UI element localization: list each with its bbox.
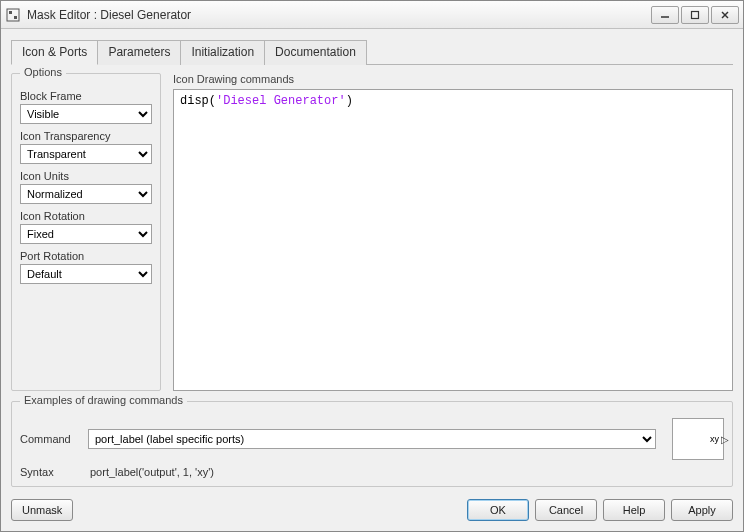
tabstrip: Icon & Ports Parameters Initialization D… bbox=[11, 39, 733, 65]
command-select[interactable]: port_label (label specific ports) bbox=[88, 429, 656, 449]
examples-group: Examples of drawing commands Command por… bbox=[11, 401, 733, 487]
tab-label: Parameters bbox=[108, 45, 170, 59]
tab-label: Initialization bbox=[191, 45, 254, 59]
code-fn: disp bbox=[180, 94, 209, 108]
icon-commands-title: Icon Drawing commands bbox=[173, 73, 733, 89]
maximize-icon bbox=[690, 10, 700, 20]
preview-text: xy bbox=[710, 434, 719, 444]
block-frame-select[interactable]: Visible bbox=[20, 104, 152, 124]
close-icon bbox=[720, 10, 730, 20]
command-preview: xy ▷ bbox=[672, 418, 724, 460]
options-title: Options bbox=[20, 66, 66, 78]
tab-label: Documentation bbox=[275, 45, 356, 59]
window-title: Mask Editor : Diesel Generator bbox=[27, 8, 651, 22]
icon-commands-editor[interactable]: disp('Diesel Generator') bbox=[173, 89, 733, 391]
port-rotation-select[interactable]: Default bbox=[20, 264, 152, 284]
close-button[interactable] bbox=[711, 6, 739, 24]
block-frame-label: Block Frame bbox=[20, 90, 152, 102]
tab-initialization[interactable]: Initialization bbox=[180, 40, 265, 65]
icon-rotation-select[interactable]: Fixed bbox=[20, 224, 152, 244]
window-controls bbox=[651, 6, 739, 24]
tab-label: Icon & Ports bbox=[22, 45, 87, 59]
minimize-icon bbox=[660, 10, 670, 20]
help-button[interactable]: Help bbox=[603, 499, 665, 521]
apply-button[interactable]: Apply bbox=[671, 499, 733, 521]
svg-line-5 bbox=[722, 12, 728, 18]
tab-page-icon-and-ports: Options Block Frame Visible Icon Transpa… bbox=[11, 65, 733, 487]
icon-drawing-commands-panel: Icon Drawing commands disp('Diesel Gener… bbox=[173, 73, 733, 391]
icon-transparency-label: Icon Transparency bbox=[20, 130, 152, 142]
app-icon bbox=[5, 7, 21, 23]
tab-documentation[interactable]: Documentation bbox=[264, 40, 367, 65]
mask-editor-window: Mask Editor : Diesel Generator Icon & Po… bbox=[0, 0, 744, 532]
svg-rect-2 bbox=[14, 16, 17, 19]
minimize-button[interactable] bbox=[651, 6, 679, 24]
footer: Unmask OK Cancel Help Apply bbox=[1, 493, 743, 531]
preview-port-icon: ▷ bbox=[721, 434, 729, 445]
ok-button[interactable]: OK bbox=[467, 499, 529, 521]
options-group: Options Block Frame Visible Icon Transpa… bbox=[11, 73, 161, 391]
icon-units-select[interactable]: Normalized bbox=[20, 184, 152, 204]
svg-rect-1 bbox=[9, 11, 12, 14]
syntax-value: port_label('output', 1, 'xy') bbox=[88, 466, 214, 478]
titlebar: Mask Editor : Diesel Generator bbox=[1, 1, 743, 29]
svg-rect-0 bbox=[7, 9, 19, 21]
svg-rect-4 bbox=[692, 11, 699, 18]
upper-panel: Options Block Frame Visible Icon Transpa… bbox=[11, 65, 733, 391]
icon-units-label: Icon Units bbox=[20, 170, 152, 182]
cancel-button[interactable]: Cancel bbox=[535, 499, 597, 521]
tab-parameters[interactable]: Parameters bbox=[97, 40, 181, 65]
syntax-row: Syntax port_label('output', 1, 'xy') bbox=[20, 466, 724, 478]
unmask-button[interactable]: Unmask bbox=[11, 499, 73, 521]
examples-title: Examples of drawing commands bbox=[20, 394, 187, 406]
command-label: Command bbox=[20, 433, 80, 445]
syntax-label: Syntax bbox=[20, 466, 80, 478]
code-str: 'Diesel Generator' bbox=[216, 94, 346, 108]
maximize-button[interactable] bbox=[681, 6, 709, 24]
port-rotation-label: Port Rotation bbox=[20, 250, 152, 262]
code-paren-open: ( bbox=[209, 94, 216, 108]
tab-icon-and-ports[interactable]: Icon & Ports bbox=[11, 40, 98, 65]
svg-line-6 bbox=[722, 12, 728, 18]
icon-transparency-select[interactable]: Transparent bbox=[20, 144, 152, 164]
code-paren-close: ) bbox=[346, 94, 353, 108]
icon-rotation-label: Icon Rotation bbox=[20, 210, 152, 222]
command-row: Command port_label (label specific ports… bbox=[20, 418, 724, 460]
